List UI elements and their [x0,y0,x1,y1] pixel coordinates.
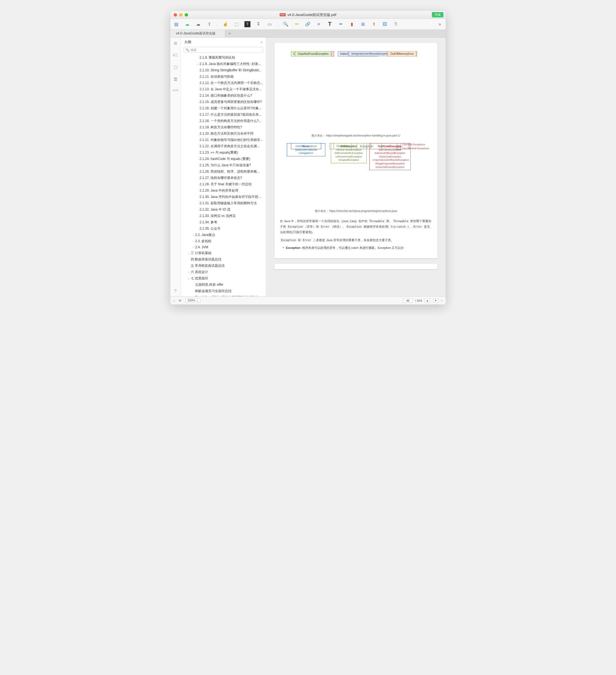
outline-item[interactable]: ›2.2. Java集合 [181,232,266,238]
outline-item[interactable]: 2.1.30. Java 序列化中如果有些字段不想... [181,194,266,200]
maximize-window[interactable] [185,13,188,16]
outline-item[interactable]: 2.1.21. 对象的相等与指向他们的引用相等... [181,137,266,143]
outline-item[interactable]: 2.1.20. 静态方法和实例方法有何不同 [181,131,266,137]
note-icon[interactable]: ≡ [316,21,322,27]
text-tool-icon[interactable]: T [244,21,250,27]
outline-item[interactable]: 2.1.31. 获取用键盘输入常用的两种方法 [181,200,266,207]
ocr-icon[interactable]: OCR [173,89,178,92]
status-bar: ‹ 👁 100% ⌄ 48 / 424 ▴ ▾ › [170,296,446,304]
toolbar: ▤ ☁ ☁ ⇪ ☝ ⬚ T T ▭ 🔍 ✏ 🔗 ≡ T ✒ ▮ ⊞ ⬆ 🖼 ⠿ … [170,19,446,30]
minimize-window[interactable] [179,13,182,16]
outline-item[interactable]: 五面阿里,终获 offer [181,282,266,288]
view-mode-icon[interactable]: 👁 [179,299,182,302]
collapse-icon[interactable]: ‹ [174,299,175,302]
outline-item[interactable]: 四 数据库面试题总结 [181,256,266,262]
node-error-sub: OutOfMemoryError StackOverFlowError Link… [287,143,325,156]
outline-list: 2.1.8. 重载和重写的区别›2.1.9. Java 面向对象编程三大特性: … [181,55,266,296]
exception-hierarchy-diagram-1: Object Throwable Exceptions Errors Check… [280,51,432,131]
stamp-icon[interactable]: ⬆ [371,21,377,27]
outline-item[interactable]: 2.1.13. 在 Java 中定义一个不做事且没有... [181,86,266,92]
outline-item[interactable]: 2.1.27. 线程有哪些基本状态? [181,175,266,181]
outline-item[interactable]: 五 常用框架面试题总结 [181,262,266,269]
diagram2-caption: 图片来自： https://chercher.tech/java-program… [280,209,432,213]
cloud-upload-icon[interactable]: ☁ [195,21,201,27]
diagram1-caption: 图片来自： https://simplesnippets.tech/except… [280,134,432,138]
outline-item[interactable]: ›六 系统设计 [181,269,266,275]
link-icon[interactable]: 🔗 [305,21,311,27]
left-icon-column: ⧉ A三 ▢ ☰ OCR ? [170,38,181,296]
add-tab-button[interactable]: + [225,30,234,37]
select-tool-icon[interactable]: ⬚ [233,21,239,27]
outline-icon[interactable]: ☰ [174,77,177,82]
outline-item[interactable]: 2.1.34. 参考 [181,219,266,225]
page-down-button[interactable]: ▾ [433,298,439,303]
outline-item[interactable]: 2.1.11. 自动装箱与拆箱 [181,74,266,80]
pdf-badge: PDF [280,13,286,16]
hand-tool-icon[interactable]: ☝ [222,21,228,27]
book-icon[interactable]: ▢ [174,65,177,70]
more-icon[interactable]: » [437,21,443,27]
outline-item[interactable]: 2.1.35. 公众号 [181,225,266,232]
help-icon[interactable]: ? [174,288,176,293]
magnify-icon[interactable]: 🔍 [283,21,289,27]
outline-search[interactable]: 🔍 搜索 [183,47,263,53]
table-icon[interactable]: ⊞ [360,21,366,27]
outline-item[interactable]: 2.1.14. 接口和抽象类的区别是什么? [181,92,266,99]
outline-item[interactable]: 2.1.23. == 与 equals(重要) [181,149,266,156]
outline-item[interactable]: 2.1.19. 构造方法有哪些特性? [181,124,266,131]
outline-item[interactable]: ›2.3. 多线程 [181,238,266,244]
outline-item[interactable]: 2.1.25. 为什么 Java 中只有值传递? [181,162,266,168]
thumbnails-icon[interactable]: ⧉ [174,41,177,46]
zoom-selector[interactable]: 100% ⌄ [185,298,201,303]
outline-item[interactable]: 2.1.32. Java 中 IO 流 [181,207,266,213]
pen-icon[interactable]: ✒ [338,21,344,27]
expand-icon[interactable]: › [441,299,442,302]
typography-icon[interactable]: A三 [172,53,178,58]
rectangle-tool-icon[interactable]: ▭ [266,21,273,27]
outline-item[interactable]: 2.1.29. Java 中的异常处理 [181,188,266,194]
outline-item[interactable]: 2.1.33. 深拷贝 vs 浅拷贝 [181,213,266,219]
outline-item[interactable]: ›三 计算机基础 [181,250,266,256]
search-icon: 🔍 [185,48,189,52]
sidebar-toggle-icon[interactable]: ▤ [173,21,179,27]
outline-item[interactable]: ⌄七 优质面经 [181,275,266,282]
share-icon[interactable]: ⇪ [206,21,212,27]
outline-item[interactable]: 2.1.17. 什么是方法的返回值?返回值在类... [181,111,266,118]
highlight-icon[interactable]: ✏ [294,21,300,27]
image-icon[interactable]: 🖼 [382,21,388,27]
strikethrough-icon[interactable]: T [255,21,261,27]
outline-item[interactable]: 2.1.22. 在调用子类构造方法之前会先调... [181,143,266,149]
node-rt-sub: ArithmaticException NullPointerException… [369,143,411,170]
outline-item[interactable]: ›2.1.9. Java 面向对象编程三大特性: 封装... [181,61,266,67]
outline-item[interactable]: 2.1.12. 在一个静态方法内调用一个非静态... [181,80,266,86]
outline-item[interactable]: 2.1.28. 关于 final 关键字的一些总结 [181,181,266,188]
text-annotation-icon[interactable]: T [327,21,333,27]
outline-add-button[interactable]: + [260,40,262,44]
outline-item[interactable]: 2.1.10. String StringBuffer 和 StringBuil… [181,67,266,74]
node-io-sub: EOFException FileNotFoundException MalFo… [331,143,367,163]
outline-item[interactable]: 2.1.26. 简述线程、程序、进程的基本概... [181,168,266,175]
exception-hierarchy-diagram-2: Checked Exceptions Un-Checked Exceptions… [280,143,432,207]
close-window[interactable] [174,13,177,16]
outline-item[interactable]: ›2.4. JVM [181,244,266,250]
upgrade-button[interactable]: 升级 [432,12,444,17]
node-oom: OutOfMemoryError [388,51,416,57]
outline-item[interactable]: 蚂蚁金服实习生面经总结 [181,288,266,294]
outline-item[interactable]: 2.1.18. 一个类的构造方法的作用是什么?... [181,118,266,124]
outline-item[interactable]: 2.1.8. 重载和重写的区别 [181,55,266,61]
outline-item[interactable]: 2.1.16. 创建一个对象用什么运算符?对象... [181,105,266,111]
page-input[interactable]: 48 [403,298,412,303]
document-tab[interactable]: v4.0-JavaGuide面试突击版 [170,30,225,37]
node-sioob: StringIndexOutOfBoundsExcpetion [349,51,392,56]
cloud-sync-icon[interactable]: ☁ [184,21,190,27]
outline-item[interactable]: ›Bigo的Java面试，我挂在了第三轮技术面上... [181,294,266,296]
paragraph-1: 在 Java 中，所有的异常都有一个共同的祖先 java.lang 包中的 Th… [280,219,432,235]
page-up-button[interactable]: ▴ [425,298,430,303]
outline-title: 大纲 [184,40,191,45]
outline-item[interactable]: 2.1.15. 成员变量与局部变量的区别有哪些? [181,99,266,105]
grid-icon[interactable]: ⠿ [393,21,399,27]
page-total: / 424 [415,299,422,302]
bookmark-icon[interactable]: ▮ [349,21,355,27]
document-viewport[interactable]: Object Throwable Exceptions Errors Check… [266,38,446,296]
outline-item[interactable]: 2.1.24. hashCode 与 equals (重要) [181,156,266,162]
